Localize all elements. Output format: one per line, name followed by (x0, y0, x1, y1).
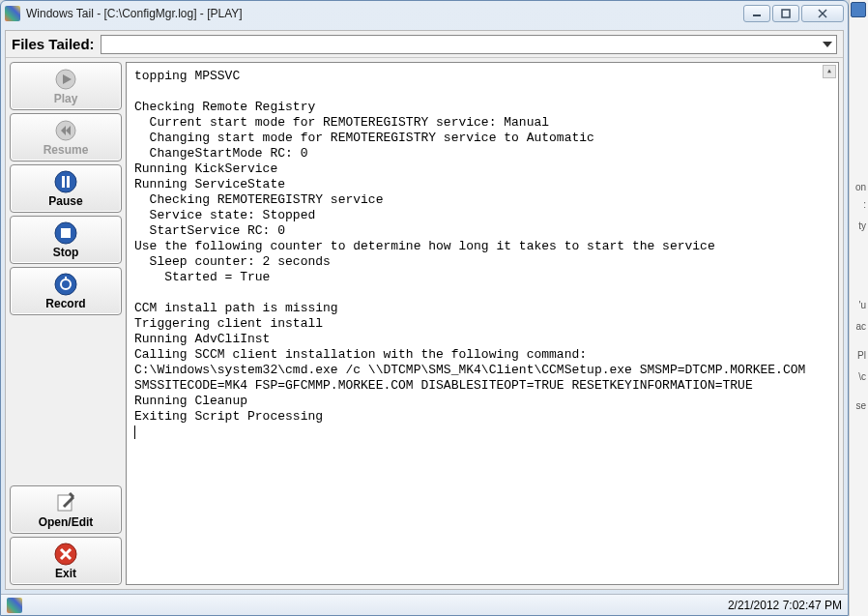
top-row: Files Tailed: (6, 31, 843, 58)
partial-text: ty (858, 220, 866, 231)
app-icon (5, 6, 20, 21)
pause-label: Pause (48, 194, 82, 208)
partial-text: : (863, 199, 866, 210)
files-tailed-label: Files Tailed: (12, 36, 95, 52)
app-window: Windows Tail - [C:\ConfigMgr.log] - [PLA… (0, 0, 849, 616)
client-area: Files Tailed: Play Resume (5, 30, 844, 590)
pause-icon (54, 170, 77, 193)
status-bar: 2/21/2012 7:02:47 PM (1, 594, 848, 615)
titlebar[interactable]: Windows Tail - [C:\ConfigMgr.log] - [PLA… (1, 1, 848, 26)
resume-label: Resume (43, 143, 89, 157)
edit-icon (54, 491, 77, 514)
other-window-icon (851, 2, 866, 17)
partial-text: on (855, 182, 866, 192)
log-content: topping MPSSVC Checking Remote Registry … (134, 69, 805, 424)
body-row: Play Resume Pause (6, 58, 843, 589)
pause-button[interactable]: Pause (10, 164, 122, 213)
exit-button[interactable]: Exit (10, 537, 122, 585)
partial-text: se (855, 400, 866, 411)
svg-rect-11 (62, 176, 65, 188)
chevron-down-icon (823, 40, 832, 49)
partial-text: \c (858, 371, 866, 382)
play-label: Play (54, 92, 78, 105)
partial-other-window: on : ty 'u ac Pl \c se (849, 0, 868, 616)
exit-icon (54, 543, 77, 566)
stop-button[interactable]: Stop (10, 216, 122, 264)
record-label: Record (45, 297, 85, 310)
stop-label: Stop (53, 246, 79, 259)
scroll-up-button[interactable]: ▴ (823, 65, 836, 78)
svg-rect-1 (782, 10, 790, 17)
record-icon (54, 273, 77, 296)
open-edit-button[interactable]: Open/Edit (10, 485, 122, 534)
file-path-combo[interactable] (101, 35, 837, 54)
close-button[interactable] (801, 5, 844, 22)
stop-icon (54, 221, 77, 245)
svg-marker-4 (823, 42, 832, 47)
status-datetime: 2/21/2012 7:02:47 PM (728, 599, 842, 612)
log-textarea[interactable]: topping MPSSVC Checking Remote Registry … (126, 62, 839, 585)
svg-rect-12 (67, 176, 70, 188)
partial-text: 'u (859, 300, 866, 310)
exit-label: Exit (55, 567, 76, 580)
resume-button[interactable]: Resume (10, 113, 122, 161)
sidebar: Play Resume Pause (6, 58, 126, 589)
play-icon (54, 68, 77, 91)
window-title: Windows Tail - [C:\ConfigMgr.log] - [PLA… (26, 7, 743, 20)
minimize-button[interactable] (743, 5, 770, 22)
text-cursor (134, 425, 135, 439)
svg-point-10 (55, 171, 76, 192)
partial-text: ac (855, 321, 866, 332)
status-app-icon (7, 598, 22, 613)
close-icon (818, 9, 827, 18)
resume-icon (54, 119, 77, 142)
open-edit-label: Open/Edit (39, 515, 94, 529)
play-button[interactable]: Play (10, 62, 122, 110)
record-button[interactable]: Record (10, 267, 122, 315)
sidebar-spacer (10, 318, 122, 483)
window-controls (743, 5, 844, 22)
maximize-icon (781, 9, 791, 18)
maximize-button[interactable] (772, 5, 799, 22)
minimize-icon (752, 9, 762, 18)
svg-rect-14 (61, 228, 71, 238)
partial-text: Pl (857, 350, 866, 361)
